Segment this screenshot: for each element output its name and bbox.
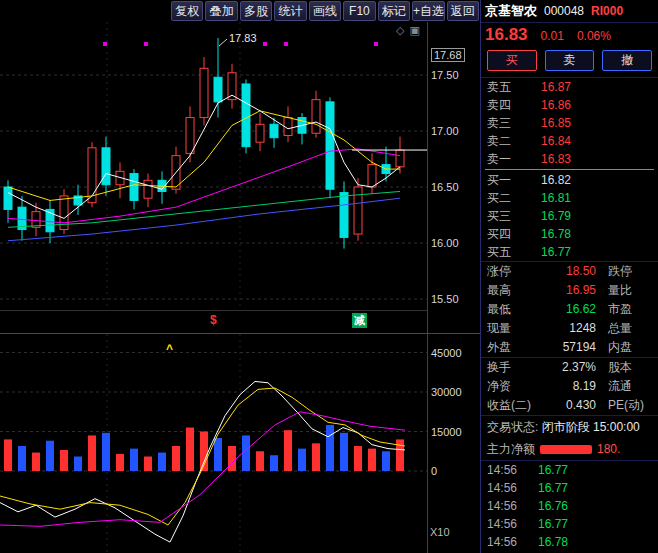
tick-row: 14:5616.76 <box>481 497 658 515</box>
signal-caret-icon: ^ <box>166 342 173 356</box>
stat-value-2 <box>648 319 652 338</box>
tick-volume <box>577 533 652 551</box>
tick-price: 16.77 <box>529 479 577 497</box>
level-label: 卖五 <box>487 78 527 96</box>
toolbar-button[interactable]: 叠加 <box>205 1 237 21</box>
stock-name: 京基智农 <box>485 2 537 20</box>
stock-flag: RI000 <box>591 4 623 18</box>
stock-header: 京基智农 000048 RI000 <box>481 0 658 23</box>
toolbar-button[interactable]: 多股 <box>240 1 272 21</box>
axis-tick-label: 15000 <box>431 426 462 438</box>
toolbar-button[interactable]: 画线 <box>309 1 341 21</box>
ask-row[interactable]: 卖二16.84 <box>481 132 658 150</box>
tick-price: 16.77 <box>529 515 577 533</box>
stat-row: 外盘57194内盘 <box>481 338 658 357</box>
stat-value: 2.37% <box>511 358 600 377</box>
panel-grid-icon[interactable]: ▣ <box>409 24 419 37</box>
indicator-chart[interactable]: 4500030000150000 X10 ^ <box>0 333 480 553</box>
axis-tick-label: 16.00 <box>431 237 459 249</box>
toolbar-button[interactable]: 统计 <box>274 1 306 21</box>
tick-time: 14:56 <box>487 461 529 479</box>
level-label: 卖二 <box>487 132 527 150</box>
level-volume <box>585 96 652 114</box>
level-volume <box>585 78 652 96</box>
price-change-percent: 0.06% <box>577 29 611 43</box>
tick-volume <box>577 497 652 515</box>
ask-row[interactable]: 卖三16.85 <box>481 114 658 132</box>
stat-label: 最高 <box>487 281 511 300</box>
stat-value-2 <box>648 300 652 319</box>
axis-tick-label: 17.50 <box>431 69 459 81</box>
stat-label-2: 量比 <box>600 281 648 300</box>
axis-tick-label: 45000 <box>431 347 462 359</box>
buy-button[interactable]: 买 <box>487 50 537 71</box>
tick-time: 14:56 <box>487 515 529 533</box>
toolbar-button[interactable]: 标记 <box>378 1 410 21</box>
tick-volume <box>577 479 652 497</box>
ask-row[interactable]: 卖五16.87 <box>481 78 658 96</box>
ask-levels: 卖五16.87卖四16.86卖三16.85卖二16.84卖一16.83 <box>481 78 658 168</box>
stat-label-2: 市盈 <box>600 300 648 319</box>
level-price: 16.83 <box>527 150 585 168</box>
stat-row: 现量1248总量 <box>481 319 658 338</box>
level-price: 16.77 <box>527 243 585 261</box>
cancel-order-button[interactable]: 撤 <box>602 50 652 71</box>
stat-row: 最低16.62市盈 <box>481 300 658 319</box>
bid-row[interactable]: 买四16.78 <box>481 225 658 243</box>
chart-corner-icons: ◇▣ <box>396 24 420 37</box>
stat-value-2 <box>648 358 652 377</box>
trading-status-row: 交易状态: 闭市阶段 15:00:00 <box>481 416 658 438</box>
toolbar-button[interactable]: F10 <box>343 1 375 21</box>
tick-list[interactable]: 14:5616.7714:5616.7714:5616.7614:5616.77… <box>481 461 658 553</box>
stat-value-2 <box>648 338 652 357</box>
stat-value-2 <box>648 281 652 300</box>
bid-levels: 买一16.82买二16.81买三16.79买四16.78买五16.77 <box>481 171 658 261</box>
bid-row[interactable]: 买二16.81 <box>481 189 658 207</box>
stat-value-2 <box>648 396 652 415</box>
chart-column: 复权叠加多股统计画线F10标记+自选返回 ◇▣ 17.6817.5017.001… <box>0 0 480 553</box>
stat-row: 收益(二)0.430PE(动) <box>481 396 658 415</box>
signal-badge: $ <box>210 313 217 327</box>
stat-label: 净资 <box>487 377 511 396</box>
stat-value: 8.19 <box>511 377 600 396</box>
tick-row: 14:5616.78 <box>481 533 658 551</box>
candlestick-canvas <box>0 22 480 333</box>
level-volume <box>585 171 652 189</box>
event-dot <box>263 42 267 46</box>
indicator-canvas <box>0 334 480 553</box>
stat-value: 57194 <box>511 338 600 357</box>
stat-label: 涨停 <box>487 262 511 281</box>
bid-row[interactable]: 买一16.82 <box>481 171 658 189</box>
trade-buttons: 买 卖 撤 <box>481 49 658 78</box>
diamond-marker-icon[interactable]: ◇ <box>396 24 404 37</box>
axis-tick-label: 17.00 <box>431 125 459 137</box>
level-price: 16.79 <box>527 207 585 225</box>
level-label: 买三 <box>487 207 527 225</box>
ask-row[interactable]: 卖四16.86 <box>481 96 658 114</box>
event-dot <box>374 42 378 46</box>
bid-row[interactable]: 买五16.77 <box>481 243 658 261</box>
bid-ask-separator <box>485 169 654 170</box>
main-force-bar <box>540 445 592 454</box>
stat-label-2: PE(动) <box>600 396 648 415</box>
axis-tick-label: 0 <box>431 465 437 477</box>
sell-button[interactable]: 卖 <box>545 50 595 71</box>
candlestick-chart[interactable]: ◇▣ 17.6817.5017.0016.5016.0015.50 17.83$… <box>0 22 480 333</box>
event-dot <box>284 42 288 46</box>
bid-row[interactable]: 买三16.79 <box>481 207 658 225</box>
level-label: 卖三 <box>487 114 527 132</box>
tick-price: 16.76 <box>529 497 577 515</box>
toolbar-button[interactable]: 返回 <box>447 1 479 21</box>
toolbar-button[interactable]: +自选 <box>412 1 444 21</box>
toolbar-button[interactable]: 复权 <box>171 1 203 21</box>
tick-price: 16.77 <box>529 461 577 479</box>
stat-label: 现量 <box>487 319 511 338</box>
level-volume <box>585 225 652 243</box>
stat-value-2 <box>648 262 652 281</box>
ask-row[interactable]: 卖一16.83 <box>481 150 658 168</box>
tick-row: 14:5616.77 <box>481 479 658 497</box>
main-force-value: 180. <box>597 442 620 456</box>
stat-label-2: 总量 <box>600 319 648 338</box>
price-row: 16.83 0.01 0.06% <box>481 23 658 49</box>
tick-time: 14:56 <box>487 479 529 497</box>
